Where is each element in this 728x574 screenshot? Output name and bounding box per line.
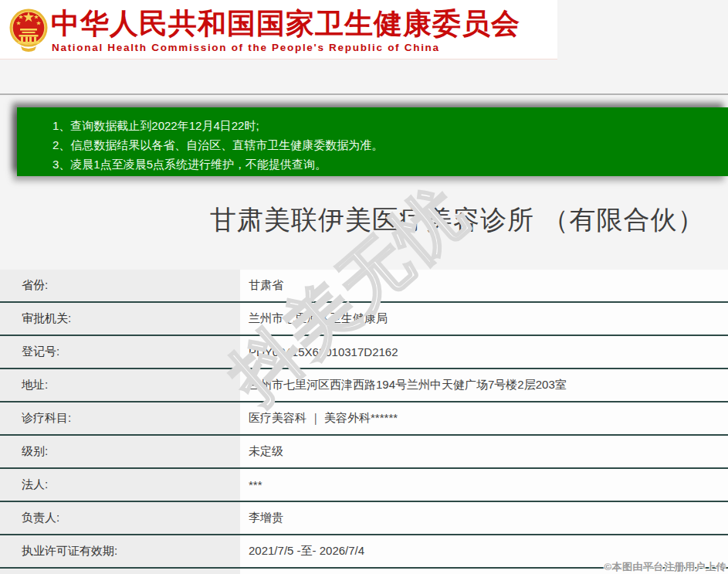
- field-label: 诊疗科目:: [0, 402, 240, 434]
- china-national-emblem-icon: [9, 3, 48, 56]
- image-credit: ©本图由平台注册用户上传: [604, 560, 726, 574]
- field-value: 医疗美容科 ｜ 美容外科******: [240, 402, 728, 434]
- field-label: 登记号:: [0, 336, 240, 368]
- page-title: 甘肃美联伊美医疗美容诊所 （有限合伙）: [210, 202, 704, 236]
- table-row: 诊疗科目:医疗美容科 ｜ 美容外科******: [0, 402, 728, 436]
- info-table: 省份:甘肃省审批机关:兰州市七里河区卫生健康局登记号:PDY00415X6201…: [0, 270, 728, 574]
- table-row: 审批机关:兰州市七里河区卫生健康局: [0, 303, 728, 336]
- header-title-en: National Health Commission of the People…: [52, 42, 440, 53]
- field-value: 未定级: [240, 436, 728, 467]
- page: 中华人民共和国国家卫生健康委员会 National Health Commiss…: [0, 0, 728, 574]
- header-divider: [0, 93, 728, 95]
- notice-box: 1、查询数据截止到2022年12月4日22时; 2、信息数据结果以各省、自治区、…: [17, 107, 728, 176]
- table-row: 地址:兰州市七里河区西津西路194号兰州中天健广场7号楼2层203室: [0, 369, 728, 402]
- field-value: 甘肃省: [240, 270, 728, 301]
- table-row: 登记号:PDY00415X62010317D2162: [0, 336, 728, 369]
- field-label: 法人:: [0, 469, 240, 501]
- table-row: 负责人:李增贵: [0, 502, 728, 535]
- field-label: [0, 569, 240, 574]
- field-value: 兰州市七里河区西津西路194号兰州中天健广场7号楼2层203室: [240, 369, 728, 401]
- field-label: 级别:: [0, 436, 240, 467]
- table-row: 省份:甘肃省: [0, 270, 728, 303]
- field-label: 负责人:: [0, 502, 240, 534]
- notice-item-2: 2、信息数据结果以各省、自治区、直辖市卫生健康委数据为准。: [52, 135, 728, 155]
- field-label: 地址:: [0, 369, 240, 401]
- site-header-banner[interactable]: 中华人民共和国国家卫生健康委员会 National Health Commiss…: [0, 0, 557, 59]
- field-value: PDY00415X62010317D2162: [240, 336, 728, 368]
- field-value: ***: [240, 469, 728, 501]
- table-row: 法人:***: [0, 469, 728, 502]
- field-label: 审批机关:: [0, 303, 240, 335]
- field-value: 兰州市七里河区卫生健康局: [240, 303, 728, 335]
- field-label: 省份:: [0, 270, 240, 301]
- field-value: 李增贵: [240, 502, 728, 534]
- notice-item-1: 1、查询数据截止到2022年12月4日22时;: [52, 116, 728, 135]
- table-row: 级别:未定级: [0, 436, 728, 469]
- notice-item-3: 3、凌晨1点至凌晨5点系统进行维护，不能提供查询。: [52, 155, 728, 174]
- header-title-cn: 中华人民共和国国家卫生健康委员会: [51, 5, 520, 43]
- field-label: 执业许可证有效期:: [0, 535, 240, 567]
